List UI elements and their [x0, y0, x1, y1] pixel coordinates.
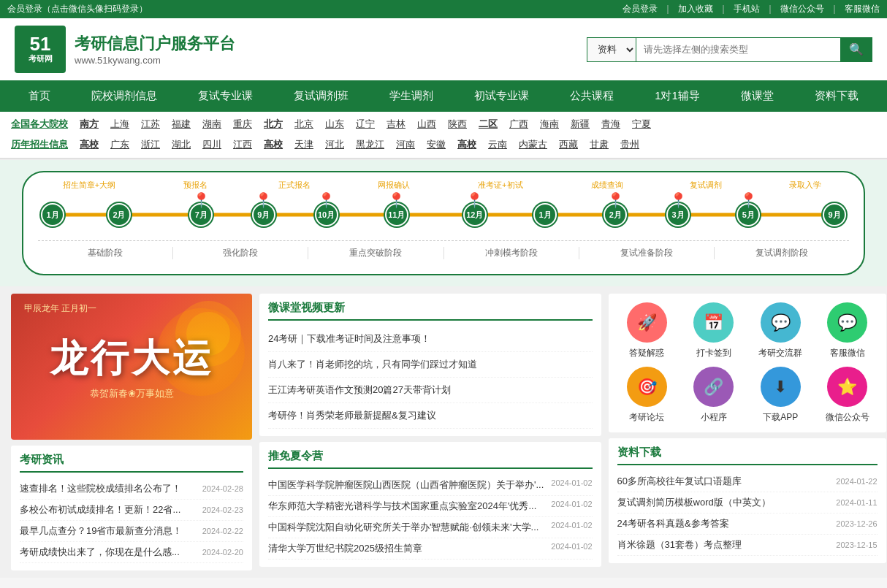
phases-row: 基础阶段 强化阶段 重点突破阶段 冲刺模考阶段 复试准备阶段 复试调剂阶段	[38, 240, 849, 259]
tl-label-5: 准考证+初试	[471, 180, 530, 191]
region-neimenggu[interactable]: 内蒙古	[513, 136, 553, 153]
region-gansu[interactable]: 甘肃	[584, 136, 614, 153]
nav-adjust-class[interactable]: 复试调剂班	[273, 80, 369, 112]
banner-image: 甲辰龙年 正月初一 龙行大运 恭贺新春❀万事如意	[11, 294, 252, 440]
history-label[interactable]: 历年招生信息	[11, 138, 74, 151]
icon-forum[interactable]: 🎯 考研论坛	[617, 367, 677, 424]
region-zhejiang[interactable]: 浙江	[135, 136, 166, 153]
video-item-3[interactable]: 王江涛考研英语作文预测20篇27天带背计划	[268, 378, 593, 403]
region-jiangsu[interactable]: 江苏	[135, 115, 166, 133]
phase-1: 基础阶段	[38, 247, 172, 259]
dl-item-2[interactable]: 复试调剂简历模板word版（中英文） 2024-01-11	[617, 492, 878, 513]
news-item-1[interactable]: 速查排名！这些院校成绩排名公布了！ 2024-02-28	[20, 478, 243, 500]
region-qinghai[interactable]: 青海	[595, 115, 626, 133]
nav-1to1[interactable]: 1对1辅导	[634, 80, 720, 112]
region-nanfang[interactable]: 南方	[74, 115, 104, 133]
nav-download[interactable]: 资料下载	[794, 80, 879, 112]
icon-app[interactable]: ⬇ 下载APP	[751, 367, 811, 424]
nav-first-exam[interactable]: 初试专业课	[454, 80, 549, 112]
tl-label-3: 正式报名	[273, 180, 316, 191]
region-shaanxi[interactable]: 陕西	[442, 115, 473, 133]
login-text[interactable]: 会员登录（点击微信头像扫码登录）	[7, 3, 148, 15]
nav-public-course[interactable]: 公共课程	[549, 80, 634, 112]
video-item-4[interactable]: 考研停！肖秀荣老师最新提醒&复习建议	[268, 403, 593, 429]
camp-item-1[interactable]: 中国医学科学院肿瘤医院山西医院（山西省肿瘤医院）关于举办'... 2024-01…	[268, 475, 593, 496]
news-title: 考研资讯	[20, 453, 243, 473]
news-item-2[interactable]: 多校公布初试成绩排名！更新！22省... 2024-02-23	[20, 500, 243, 521]
icon-daka[interactable]: 📅 打卡签到	[684, 302, 744, 359]
region-liaoning[interactable]: 辽宁	[350, 115, 381, 133]
node-jan1[interactable]: 1月	[41, 203, 64, 226]
region-sichuan[interactable]: 四川	[197, 136, 227, 153]
region-shandong[interactable]: 山东	[319, 115, 350, 133]
icon-miniprogram[interactable]: 🔗 小程序	[684, 367, 744, 424]
miniprogram-label: 小程序	[701, 411, 727, 424]
node-jan2[interactable]: 1月	[533, 203, 557, 226]
region-beijing[interactable]: 北京	[289, 115, 319, 133]
region-shanxi[interactable]: 山西	[411, 115, 442, 133]
dl-item-3[interactable]: 24考研各科真题&参考答案 2023-12-26	[617, 513, 878, 535]
all-schools-label[interactable]: 全国各大院校	[11, 118, 74, 131]
region-gaoxiao3[interactable]: 高校	[452, 136, 482, 153]
region-guangdong[interactable]: 广东	[104, 136, 135, 153]
nav-school-adjust[interactable]: 院校调剂信息	[71, 80, 178, 112]
search-type-select[interactable]: 资料	[587, 37, 636, 62]
collect-link[interactable]: 加入收藏	[678, 3, 713, 15]
video-text-3: 王江涛考研英语作文预测20篇27天带背计划	[268, 384, 451, 395]
region-chongqing[interactable]: 重庆	[227, 115, 258, 133]
dl-item-4[interactable]: 肖米徐题（31套卷）考点整理 2023-12-15	[617, 535, 878, 556]
member-login-link[interactable]: 会员登录	[623, 3, 658, 15]
region-gaoxiao1[interactable]: 高校	[74, 136, 104, 153]
region-yunnan[interactable]: 云南	[482, 136, 513, 153]
region-beifang[interactable]: 北方	[258, 115, 289, 133]
nav-home[interactable]: 首页	[8, 80, 71, 112]
news-item-3[interactable]: 最早几点查分？19省市最新查分消息！ 2024-02-22	[20, 521, 243, 542]
region-hunan[interactable]: 湖南	[197, 115, 227, 133]
customer-wechat-link[interactable]: 客服微信	[845, 3, 880, 15]
region-hainan[interactable]: 海南	[534, 115, 565, 133]
region-fujian[interactable]: 福建	[166, 115, 197, 133]
region-heilongjiang[interactable]: 黑龙江	[350, 136, 390, 153]
node-sep2[interactable]: 9月	[823, 203, 846, 226]
region-gaoxiao2[interactable]: 高校	[258, 136, 289, 153]
region-xinjiang[interactable]: 新疆	[565, 115, 595, 133]
camp-date-1: 2024-01-02	[551, 478, 592, 492]
search-input[interactable]	[636, 37, 840, 62]
news-date-4: 2024-02-20	[202, 548, 243, 557]
video-item-1[interactable]: 24考研｜下载准考证时间及注意事项！	[268, 327, 593, 352]
nav-second-exam[interactable]: 复试专业课	[178, 80, 273, 112]
video-text-4: 考研停！肖秀荣老师最新提醒&复习建议	[268, 410, 436, 421]
nav-student-adjust[interactable]: 学生调剂	[369, 80, 454, 112]
camp-text-3: 中国科学院沈阳自动化研究所关于举办'智慧赋能·创领未来'大学...	[268, 521, 551, 534]
region-hebei[interactable]: 河北	[319, 136, 350, 153]
mobile-link[interactable]: 手机站	[734, 3, 760, 15]
search-button[interactable]: 🔍	[840, 37, 872, 62]
region-hubei[interactable]: 湖北	[166, 136, 197, 153]
region-jiangxi[interactable]: 江西	[227, 136, 258, 153]
nav-mini-course[interactable]: 微课堂	[720, 80, 794, 112]
region-guizhou[interactable]: 贵州	[614, 136, 645, 153]
region-jilin[interactable]: 吉林	[381, 115, 411, 133]
tl-label-1: 招生简章+大纲	[60, 180, 118, 191]
video-item-2[interactable]: 肖八来了！肖老师挖的坑，只有同学们踩过才知道	[268, 352, 593, 378]
dl-item-1[interactable]: 60多所高校往年复试口语题库 2024-01-22	[617, 471, 878, 492]
icon-dayan[interactable]: 🚀 答疑解惑	[617, 302, 677, 359]
region-henan[interactable]: 河南	[390, 136, 421, 153]
camp-item-3[interactable]: 中国科学院沈阳自动化研究所关于举办'智慧赋能·创领未来'大学... 2024-0…	[268, 517, 593, 538]
region-xizang[interactable]: 西藏	[553, 136, 584, 153]
news-title-1: 速查排名！这些院校成绩排名公布了！	[20, 482, 202, 495]
region-erqu[interactable]: 二区	[473, 115, 503, 133]
news-item-4[interactable]: 考研成绩快出来了，你现在是什么感... 2024-02-20	[20, 542, 243, 563]
icon-group[interactable]: 💬 考研交流群	[751, 302, 811, 359]
camp-item-2[interactable]: 华东师范大学精密光谱科学与技术国家重点实验室2024年'优秀... 2024-0…	[268, 496, 593, 517]
camp-item-4[interactable]: 清华大学万世纪书院2025级招生简章 2024-01-02	[268, 538, 593, 560]
region-tianjin[interactable]: 天津	[289, 136, 319, 153]
icon-wechat-public[interactable]: ⭐ 微信公众号	[818, 367, 878, 424]
region-ningxia[interactable]: 宁夏	[626, 115, 657, 133]
wechat-public-link[interactable]: 微信公众号	[780, 3, 824, 15]
region-anhui[interactable]: 安徽	[421, 136, 452, 153]
icon-kefu[interactable]: 💬 客服微信	[818, 302, 878, 359]
region-guangxi[interactable]: 广西	[503, 115, 534, 133]
node-feb1[interactable]: 2月	[107, 203, 131, 226]
region-shanghai[interactable]: 上海	[104, 115, 135, 133]
